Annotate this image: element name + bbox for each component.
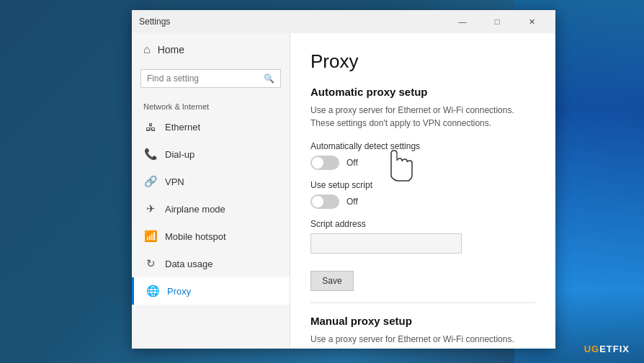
search-input[interactable] [147, 73, 264, 84]
section-divider [310, 302, 535, 303]
sidebar-item-airplane[interactable]: ✈ Airplane mode [132, 195, 290, 223]
sidebar-label-dialup: Dial-up [165, 149, 194, 160]
search-icon: 🔍 [264, 73, 274, 84]
script-address-row: Script address [310, 219, 535, 254]
save-button[interactable]: Save [310, 271, 354, 291]
script-address-label: Script address [310, 219, 535, 229]
sidebar-item-vpn[interactable]: 🔗 VPN [132, 168, 290, 195]
watermark-text: ETFIX [599, 344, 630, 354]
sidebar-item-ethernet[interactable]: 🖧 Ethernet [132, 114, 290, 140]
search-box[interactable]: 🔍 [140, 69, 281, 88]
auto-detect-state: Off [346, 158, 358, 168]
sidebar-label-hotspot: Mobile hotspot [165, 231, 226, 242]
dialup-icon: 📞 [143, 148, 158, 161]
auto-proxy-section: Automatic proxy setup Use a proxy server… [310, 86, 535, 291]
window-title: Settings [139, 17, 446, 27]
home-label: Home [158, 44, 184, 55]
sidebar-label-datausage: Data usage [165, 259, 213, 269]
window-controls: — □ ✕ [446, 10, 548, 33]
auto-detect-toggle-row: Off [310, 156, 535, 170]
main-content: Proxy Automatic proxy setup Use a proxy … [290, 33, 555, 349]
home-icon: ⌂ [143, 43, 151, 56]
title-bar: Settings — □ ✕ [132, 10, 555, 33]
auto-proxy-title: Automatic proxy setup [310, 86, 535, 98]
manual-proxy-section: Manual proxy setup Use a proxy server fo… [310, 315, 535, 349]
close-button[interactable]: ✕ [515, 10, 548, 33]
proxy-icon: 🌐 [146, 284, 160, 297]
sidebar-label-airplane: Airplane mode [165, 204, 225, 215]
sidebar-item-home[interactable]: ⌂ Home [132, 33, 290, 66]
watermark-highlight: UG [584, 344, 600, 354]
setup-script-toggle[interactable] [310, 194, 339, 209]
sidebar: ⌂ Home 🔍 Network & Internet 🖧 Ethernet 📞… [132, 33, 290, 349]
script-address-input[interactable] [310, 233, 462, 254]
window-body: ⌂ Home 🔍 Network & Internet 🖧 Ethernet 📞… [132, 33, 555, 349]
watermark: UGETFIX [584, 344, 630, 354]
manual-proxy-title: Manual proxy setup [310, 315, 535, 327]
manual-proxy-desc: Use a proxy server for Ethernet or Wi-Fi… [310, 333, 535, 349]
setup-script-toggle-row: Off [310, 194, 535, 209]
sidebar-item-dialup[interactable]: 📞 Dial-up [132, 140, 290, 168]
sidebar-label-vpn: VPN [165, 176, 184, 187]
airplane-icon: ✈ [143, 202, 158, 215]
settings-window: Settings — □ ✕ ⌂ Home 🔍 Network & Intern… [132, 10, 555, 349]
auto-proxy-desc: Use a proxy server for Ethernet or Wi-Fi… [310, 104, 535, 130]
auto-detect-toggle[interactable] [310, 156, 339, 170]
sidebar-item-proxy[interactable]: 🌐 Proxy [132, 277, 290, 305]
sidebar-item-hotspot[interactable]: 📶 Mobile hotspot [132, 223, 290, 250]
sidebar-label-proxy: Proxy [167, 286, 191, 297]
ethernet-icon: 🖧 [143, 121, 158, 133]
setup-script-row: Use setup script Off [310, 180, 535, 209]
minimize-button[interactable]: — [446, 10, 479, 33]
sidebar-section-label: Network & Internet [132, 97, 290, 114]
page-title: Proxy [310, 50, 535, 73]
maximize-button[interactable]: □ [480, 10, 514, 33]
datausage-icon: ↻ [143, 257, 158, 270]
auto-detect-row: Automatically detect settings Off [310, 141, 535, 170]
hotspot-icon: 📶 [143, 230, 158, 243]
sidebar-label-ethernet: Ethernet [165, 122, 200, 133]
vpn-icon: 🔗 [143, 175, 158, 188]
setup-script-label: Use setup script [310, 180, 535, 190]
setup-script-state: Off [346, 197, 358, 207]
auto-detect-label: Automatically detect settings [310, 141, 535, 151]
sidebar-item-datausage[interactable]: ↻ Data usage [132, 250, 290, 277]
